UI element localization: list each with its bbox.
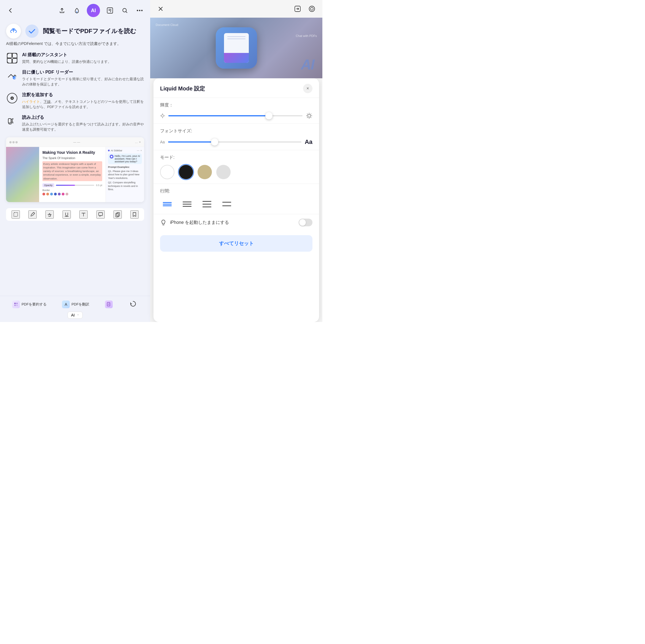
preview-content: Making Your Vision A Reality The Spark O… — [39, 147, 105, 202]
more-button[interactable] — [135, 6, 145, 15]
left-panel: AI — [0, 0, 150, 322]
summarize-icon — [12, 301, 20, 308]
share-button[interactable] — [57, 6, 67, 15]
pdf-icon — [105, 301, 113, 308]
label-ai: AI — [301, 56, 314, 73]
svg-point-16 — [12, 98, 13, 99]
font-size-label: フォントサイズ: — [160, 128, 312, 134]
svg-point-18 — [111, 156, 113, 157]
ai-main-button[interactable]: AI ⌃ — [67, 312, 83, 319]
svg-rect-25 — [16, 303, 18, 304]
font-size-section: フォントサイズ: Aa Aa — [154, 124, 319, 150]
svg-rect-27 — [16, 305, 18, 306]
annotation-mode-button[interactable] — [105, 6, 115, 15]
feature-text-annotation: 注釈を追加する ハイライト、下線、メモ、テキストコメントなどのツールを使用して注… — [22, 92, 144, 110]
spacing-tight-button[interactable] — [160, 198, 174, 209]
spacing-normal-button[interactable] — [180, 198, 194, 209]
toolbar-row — [6, 208, 144, 221]
mode-black-button[interactable] — [179, 165, 193, 179]
feature-text-eye: 目に優しい PDF リーダー ライトモードとダークモードを簡単に切り替えて、好み… — [22, 69, 144, 87]
spacing-section: 行間: — [154, 184, 319, 214]
svg-rect-28 — [107, 302, 110, 306]
spacing-extra-wide-button[interactable] — [220, 198, 234, 209]
app-screenshot: Document Cloud Chat with PDFs AI — [150, 18, 322, 78]
ai-sidebar-header: AI Sidebar — × — [108, 149, 142, 152]
mode-row — [160, 165, 312, 179]
toolbar-pen[interactable] — [28, 210, 37, 218]
right-header-icons — [292, 4, 317, 14]
upload-icon-circle — [6, 24, 21, 39]
toolbar-bookmark[interactable] — [130, 210, 139, 218]
app-icon — [216, 27, 257, 69]
reset-button[interactable]: すべてリセット — [160, 235, 312, 252]
preview-card-header: — — … × — [6, 137, 144, 147]
font-size-large-label: Aa — [305, 138, 312, 146]
svg-point-6 — [141, 10, 143, 11]
keep-awake-row: iPhone を起動したままにする — [154, 214, 319, 231]
toolbar-text[interactable] — [79, 210, 87, 218]
svg-point-4 — [137, 10, 138, 11]
svg-line-41 — [307, 114, 308, 115]
blue-check-icon — [25, 24, 39, 38]
settings-button[interactable] — [307, 4, 317, 14]
svg-point-30 — [309, 6, 314, 12]
ai-avatar[interactable]: AI — [87, 4, 100, 17]
toolbar-strikethrough[interactable] — [45, 210, 54, 218]
spacing-wide-button[interactable] — [200, 198, 214, 209]
brightness-section: 輝度： — [154, 98, 319, 124]
back-button[interactable] — [6, 6, 15, 15]
translate-button[interactable]: A PDFを翻訳 — [62, 301, 89, 308]
font-size-slider[interactable] — [168, 141, 301, 143]
summarize-button[interactable]: PDFを要約する — [12, 301, 46, 308]
brightness-low-icon — [160, 113, 165, 118]
svg-point-7 — [25, 24, 39, 38]
modal-header: Liquid Mode 設定 × — [154, 78, 319, 98]
ink-button[interactable] — [72, 6, 82, 15]
svg-line-43 — [307, 117, 308, 118]
modal-container: Liquid Mode 設定 × 輝度： — [154, 78, 319, 322]
hero-subtitle: AI搭載のPDFelement では、今までにない方法で読書ができます。 — [6, 41, 144, 46]
preview-card-body: Making Your Vision A Reality The Spark O… — [6, 147, 144, 202]
brightness-slider[interactable] — [168, 115, 302, 116]
readaloud-icon — [6, 115, 18, 127]
font-size-small-label: Aa — [160, 140, 165, 144]
eye-friendly-icon — [6, 69, 18, 82]
svg-point-5 — [139, 10, 141, 11]
svg-rect-21 — [98, 212, 102, 215]
mode-sepia-button[interactable] — [198, 165, 212, 179]
close-button[interactable] — [156, 4, 166, 14]
font-size-slider-row: Aa Aa — [160, 138, 312, 146]
svg-rect-17 — [8, 119, 11, 123]
keep-awake-toggle[interactable] — [299, 218, 312, 226]
mode-white-button[interactable] — [160, 165, 174, 179]
svg-rect-19 — [14, 212, 18, 216]
toolbar-crop[interactable] — [12, 210, 20, 218]
feature-item-ai: AI 搭載のアシスタント 質問、要約などAI機能により、読書が快適になります。 — [6, 52, 144, 64]
export-button[interactable] — [292, 4, 302, 14]
mode-gray-button[interactable] — [216, 165, 231, 179]
feature-item-annotation: 注釈を追加する ハイライト、下線、メモ、テキストコメントなどのツールを使用して注… — [6, 92, 144, 110]
feature-item-readaloud: 読み上げる 読み上げたいページを選択すると音声をつけて読み上げます。好みの音声や… — [6, 115, 144, 132]
feature-text-readaloud: 読み上げる 読み上げたいページを選択すると音声をつけて読み上げます。好みの音声や… — [22, 115, 144, 132]
ai-prompt1: Q1. Please give me 3 ideas about how to … — [108, 170, 142, 180]
bottom-bar: PDFを要約する A PDFを翻訳 — [0, 296, 150, 322]
ai-assistant-icon — [6, 52, 18, 64]
preview-card-dots — [9, 140, 18, 144]
preview-ai-sidebar: AI Sidebar — × Hello, I'm Lumi, your AI … — [105, 147, 144, 202]
toolbar-underline[interactable] — [62, 210, 71, 218]
svg-point-31 — [162, 115, 164, 117]
ai-bottom-row: PDFを要約する A PDFを翻訳 — [4, 299, 146, 309]
mode-section: モード: — [154, 150, 319, 184]
search-button[interactable] — [120, 6, 130, 15]
bulb-icon — [160, 219, 167, 226]
modal-close-button[interactable]: × — [303, 84, 312, 93]
pdf-button[interactable] — [105, 301, 113, 308]
svg-rect-23 — [116, 213, 119, 217]
svg-rect-26 — [14, 305, 16, 306]
right-header — [150, 0, 322, 18]
brightness-label: 輝度： — [160, 102, 312, 108]
undo-button[interactable] — [128, 299, 138, 309]
toolbar-comment[interactable] — [96, 210, 105, 218]
toolbar-copy[interactable] — [114, 210, 122, 218]
translate-icon: A — [62, 301, 70, 308]
